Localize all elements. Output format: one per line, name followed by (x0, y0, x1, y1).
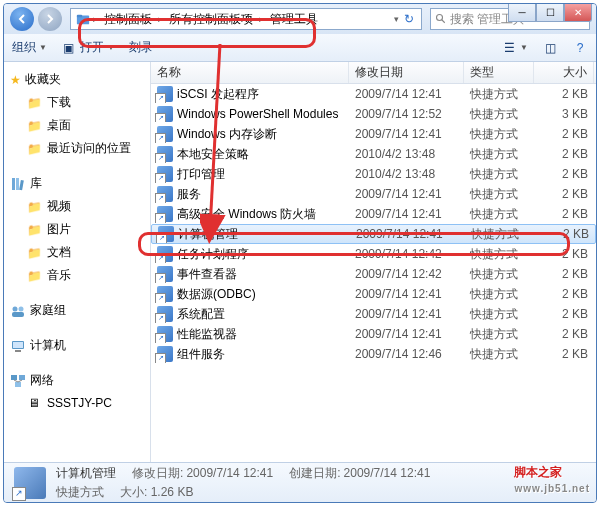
forward-button[interactable] (38, 7, 62, 31)
chevron-down-icon[interactable]: ▾ (394, 14, 399, 24)
shortcut-icon (157, 246, 173, 262)
shortcut-icon (157, 106, 173, 122)
svg-rect-15 (15, 382, 21, 387)
file-row[interactable]: 计算机管理2009/7/14 12:41快捷方式2 KB (151, 224, 596, 244)
chevron-right-icon: ▸ (158, 14, 163, 24)
shortcut-icon (157, 166, 173, 182)
file-row[interactable]: 服务2009/7/14 12:41快捷方式2 KB (151, 184, 596, 204)
sidebar-item[interactable]: 📁下载 (8, 91, 146, 114)
homegroup-icon (10, 303, 26, 319)
folder-icon: 📁 (26, 268, 42, 284)
file-row[interactable]: Windows PowerShell Modules2009/7/14 12:5… (151, 104, 596, 124)
svg-point-2 (437, 15, 443, 21)
svg-rect-12 (15, 350, 21, 352)
shortcut-icon (157, 186, 173, 202)
sidebar-item[interactable]: 📁音乐 (8, 264, 146, 287)
minimize-button[interactable]: ─ (508, 4, 536, 22)
open-icon: ▣ (61, 40, 77, 56)
shortcut-icon (157, 86, 173, 102)
refresh-icon[interactable]: ↻ (401, 11, 417, 27)
svg-point-8 (19, 306, 24, 311)
shortcut-icon (157, 146, 173, 162)
content-pane: 名称 修改日期 类型 大小 iSCSI 发起程序2009/7/14 12:41快… (151, 62, 596, 462)
file-row[interactable]: 数据源(ODBC)2009/7/14 12:41快捷方式2 KB (151, 284, 596, 304)
column-size[interactable]: 大小 (534, 62, 594, 83)
svg-point-7 (13, 306, 18, 311)
toolbar: 组织▼ ▣打开▼ 刻录 ☰▼ ◫ ? (4, 34, 596, 62)
sidebar-item[interactable]: 📁文档 (8, 241, 146, 264)
help-button[interactable]: ? (572, 40, 588, 56)
computer-icon (10, 338, 26, 354)
breadcrumb-item[interactable]: 管理工具 (266, 10, 322, 29)
svg-rect-11 (13, 342, 23, 348)
preview-button[interactable]: ◫ (542, 40, 558, 56)
svg-rect-13 (11, 375, 17, 380)
svg-line-17 (18, 380, 22, 382)
star-icon: ★ (10, 73, 21, 87)
open-button[interactable]: ▣打开▼ (61, 39, 115, 56)
file-row[interactable]: 高级安全 Windows 防火墙2009/7/14 12:41快捷方式2 KB (151, 204, 596, 224)
file-row[interactable]: 事件查看器2009/7/14 12:42快捷方式2 KB (151, 264, 596, 284)
folder-icon: 📁 (26, 141, 42, 157)
favorites-header[interactable]: ★收藏夹 (8, 68, 146, 91)
navigation-pane: ★收藏夹 📁下载📁桌面📁最近访问的位置 库 📁视频📁图片📁文档📁音乐 家庭组 计… (4, 62, 151, 462)
sidebar-item[interactable]: 📁图片 (8, 218, 146, 241)
svg-rect-14 (19, 375, 25, 380)
column-date[interactable]: 修改日期 (349, 62, 464, 83)
selected-type: 快捷方式 (56, 484, 104, 501)
breadcrumb-item[interactable]: 所有控制面板项 (165, 10, 257, 29)
network-header[interactable]: 网络 (8, 369, 146, 392)
svg-rect-1 (77, 15, 82, 18)
file-row[interactable]: 任务计划程序2009/7/14 12:42快捷方式2 KB (151, 244, 596, 264)
chevron-right-icon: ▸ (259, 14, 264, 24)
breadcrumb-item[interactable]: 控制面板 (100, 10, 156, 29)
selected-name: 计算机管理 (56, 465, 116, 482)
body: ★收藏夹 📁下载📁桌面📁最近访问的位置 库 📁视频📁图片📁文档📁音乐 家庭组 计… (4, 62, 596, 462)
file-row[interactable]: 系统配置2009/7/14 12:41快捷方式2 KB (151, 304, 596, 324)
maximize-button[interactable]: ☐ (536, 4, 564, 22)
file-row[interactable]: 性能监视器2009/7/14 12:41快捷方式2 KB (151, 324, 596, 344)
computer-icon: 🖥 (26, 395, 42, 411)
organize-button[interactable]: 组织▼ (12, 39, 47, 56)
selected-item-icon (14, 467, 46, 499)
burn-button[interactable]: 刻录 (129, 39, 153, 56)
titlebar: ▸ 控制面板 ▸ 所有控制面板项 ▸ 管理工具 ▾ ↻ 搜索 管理工具 ─ ☐ … (4, 4, 596, 34)
sidebar-item[interactable]: 📁视频 (8, 195, 146, 218)
file-row[interactable]: iSCSI 发起程序2009/7/14 12:41快捷方式2 KB (151, 84, 596, 104)
library-icon (10, 176, 26, 192)
shortcut-icon (157, 286, 173, 302)
sidebar-item[interactable]: 🖥SSSTJY-PC (8, 392, 146, 414)
address-bar[interactable]: ▸ 控制面板 ▸ 所有控制面板项 ▸ 管理工具 ▾ ↻ (70, 8, 422, 30)
sidebar-item[interactable]: 📁最近访问的位置 (8, 137, 146, 160)
file-row[interactable]: 本地安全策略2010/4/2 13:48快捷方式2 KB (151, 144, 596, 164)
folder-icon: 📁 (26, 95, 42, 111)
folder-icon (75, 11, 91, 27)
column-name[interactable]: 名称 (151, 62, 349, 83)
folder-icon: 📁 (26, 118, 42, 134)
sidebar-item[interactable]: 📁桌面 (8, 114, 146, 137)
shortcut-icon (158, 226, 174, 242)
window-controls: ─ ☐ ✕ (508, 4, 592, 22)
back-button[interactable] (10, 7, 34, 31)
column-headers: 名称 修改日期 类型 大小 (151, 62, 596, 84)
close-button[interactable]: ✕ (564, 4, 592, 22)
folder-icon: 📁 (26, 245, 42, 261)
search-icon (435, 13, 447, 25)
shortcut-icon (157, 346, 173, 362)
file-row[interactable]: Windows 内存诊断2009/7/14 12:41快捷方式2 KB (151, 124, 596, 144)
shortcut-icon (157, 306, 173, 322)
svg-line-3 (442, 20, 445, 23)
svg-line-16 (14, 380, 18, 382)
column-type[interactable]: 类型 (464, 62, 534, 83)
file-row[interactable]: 组件服务2009/7/14 12:46快捷方式2 KB (151, 344, 596, 364)
libraries-header[interactable]: 库 (8, 172, 146, 195)
view-button[interactable]: ☰▼ (501, 40, 528, 56)
file-list[interactable]: iSCSI 发起程序2009/7/14 12:41快捷方式2 KBWindows… (151, 84, 596, 462)
svg-rect-9 (12, 312, 24, 317)
help-icon: ? (572, 40, 588, 56)
explorer-window: ▸ 控制面板 ▸ 所有控制面板项 ▸ 管理工具 ▾ ↻ 搜索 管理工具 ─ ☐ … (3, 3, 597, 503)
svg-rect-4 (12, 178, 15, 190)
file-row[interactable]: 打印管理2010/4/2 13:48快捷方式2 KB (151, 164, 596, 184)
computer-header[interactable]: 计算机 (8, 334, 146, 357)
homegroup-header[interactable]: 家庭组 (8, 299, 146, 322)
